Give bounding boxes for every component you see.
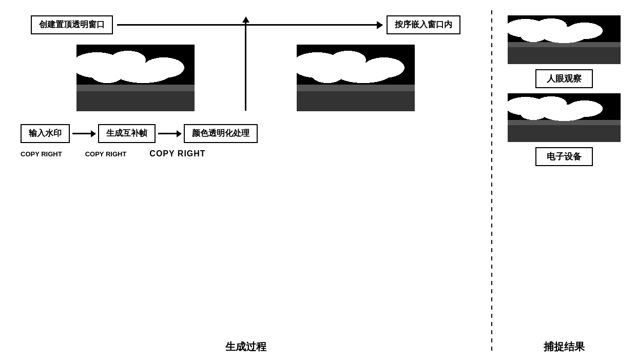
capture-results-label: 捕捉结果 bbox=[544, 340, 585, 354]
flow-row: 输入水印 生成互补帧 颜色透明化处理 bbox=[21, 124, 471, 143]
input-watermark-box: 输入水印 bbox=[21, 124, 70, 143]
generation-process-label: 生成过程 bbox=[225, 340, 266, 354]
left-image bbox=[76, 45, 195, 111]
copyright-row: COPY RIGHT COPY RIGHT COPY RIGHT bbox=[21, 149, 471, 158]
right-bottom-image bbox=[508, 93, 621, 142]
right-top-image bbox=[508, 15, 621, 64]
left-panel: 创建置顶透明窗口 按序嵌入窗口内 bbox=[0, 0, 491, 364]
copyright3-label: COPY RIGHT bbox=[149, 149, 205, 158]
bottom-section: 输入水印 生成互补帧 颜色透明化处理 COPY RIGHT bbox=[10, 124, 481, 158]
top-arrow bbox=[117, 24, 382, 26]
vert-arrow-head bbox=[242, 16, 249, 23]
middle-section bbox=[10, 45, 481, 111]
diagram-area: 创建置顶透明窗口 按序嵌入窗口内 bbox=[10, 15, 481, 158]
color-transparency-box: 颜色透明化处理 bbox=[184, 124, 258, 143]
top-arrow-head bbox=[377, 21, 383, 29]
right-image bbox=[297, 45, 415, 111]
right-panel: 人眼观察 电子设备 捕捉结果 bbox=[492, 0, 636, 364]
vertical-arrow bbox=[242, 16, 249, 111]
flow-arrow1-head bbox=[91, 130, 96, 137]
cr-group2: COPY RIGHT bbox=[85, 150, 127, 158]
vert-line bbox=[245, 23, 246, 111]
human-eye-box: 人眼观察 bbox=[535, 69, 593, 88]
embed-window-box: 按序嵌入窗口内 bbox=[387, 15, 460, 34]
main-container: 创建置顶透明窗口 按序嵌入窗口内 bbox=[0, 0, 636, 364]
flow-arrow1 bbox=[72, 133, 95, 134]
create-window-box: 创建置顶透明窗口 bbox=[31, 15, 113, 34]
generate-frames-box: 生成互补帧 bbox=[98, 124, 156, 143]
copyright2-label: COPY RIGHT bbox=[85, 150, 127, 158]
flow-arrow2 bbox=[158, 133, 181, 134]
copyright1-label: COPY RIGHT bbox=[21, 150, 62, 158]
electronic-device-box: 电子设备 bbox=[535, 147, 593, 166]
flow-arrow2-head bbox=[177, 130, 182, 137]
cr-group3: COPY RIGHT bbox=[149, 149, 205, 158]
cr-group1: COPY RIGHT bbox=[21, 150, 62, 158]
